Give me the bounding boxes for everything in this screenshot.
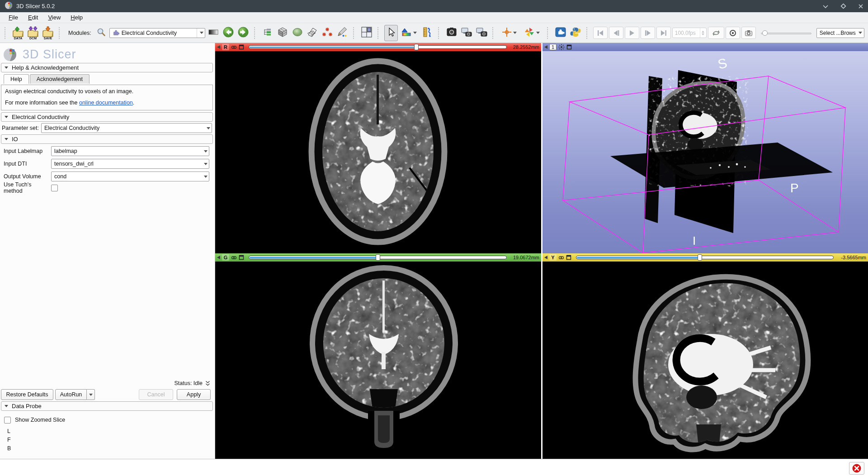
yellow-slice-slider[interactable]: [576, 255, 834, 260]
tuch-method-checkbox[interactable]: [51, 185, 58, 191]
link-views-icon[interactable]: [558, 255, 564, 261]
subject-hierarchy-button[interactable]: [261, 25, 274, 41]
markups-button[interactable]: [321, 25, 334, 41]
autorun-button[interactable]: AutoRun: [55, 389, 87, 400]
input-dti-combobox[interactable]: tensors_dwi_crl: [51, 159, 209, 169]
volume-cube-button[interactable]: [276, 25, 289, 41]
ruler-icon: [422, 27, 433, 39]
pin-icon[interactable]: [544, 45, 547, 49]
sequence-browser-combobox[interactable]: Select ...Browser: [816, 28, 864, 38]
slider-handle[interactable]: [376, 254, 380, 261]
maximize-view-icon[interactable]: [566, 255, 571, 260]
link-views-icon[interactable]: [231, 44, 237, 50]
pin-icon[interactable]: [217, 45, 220, 49]
scene-view-restore-button[interactable]: [475, 25, 488, 41]
capture-screenshot-button[interactable]: [445, 25, 458, 41]
measurement-ruler-button[interactable]: [420, 25, 434, 41]
parameter-set-combobox[interactable]: Electrical Conductivity: [41, 123, 212, 133]
layout-selector-button[interactable]: [360, 25, 373, 41]
dicom-button[interactable]: DCM: [26, 25, 40, 41]
slider-handle[interactable]: [414, 44, 419, 50]
io-section-header[interactable]: IO: [1, 134, 213, 144]
link-views-icon[interactable]: [231, 255, 237, 261]
red-view-label: R: [222, 44, 229, 50]
red-slice-view[interactable]: [215, 51, 541, 253]
window-title: 3D Slicer 5.0.2: [16, 3, 55, 10]
show-zoomed-slice-checkbox[interactable]: [4, 417, 11, 424]
maximize-view-icon[interactable]: [239, 44, 244, 50]
tab-acknowledgement[interactable]: Acknowledgement: [30, 74, 90, 84]
maximize-view-icon[interactable]: [239, 255, 244, 260]
apply-button[interactable]: Apply: [177, 389, 211, 400]
restore-defaults-button[interactable]: Restore Defaults: [1, 389, 53, 400]
ruler-grid-button[interactable]: [306, 25, 319, 41]
module-history-button[interactable]: [207, 25, 220, 41]
green-slice-slider[interactable]: [249, 255, 507, 260]
pin-icon[interactable]: [544, 256, 547, 259]
minimize-button[interactable]: [822, 4, 829, 9]
menu-edit[interactable]: Edit: [24, 13, 42, 22]
save-button[interactable]: SAVE: [41, 25, 55, 41]
sequence-last-button[interactable]: [656, 27, 671, 39]
sequence-next-button[interactable]: [641, 27, 655, 39]
menu-help[interactable]: Help: [66, 13, 87, 22]
tab-help[interactable]: Help: [4, 74, 29, 84]
data-probe-section-header[interactable]: Data Probe: [1, 401, 213, 411]
sequence-slider[interactable]: [761, 29, 811, 37]
center-view-icon[interactable]: [558, 44, 565, 50]
red-slice-slider[interactable]: [249, 45, 507, 49]
module-back-button[interactable]: [222, 25, 235, 41]
red-slice-controller-bar[interactable]: R 28.2552mm: [215, 43, 541, 51]
module-forward-button[interactable]: [236, 25, 250, 41]
error-log-button[interactable]: [849, 462, 864, 475]
module-selector-combobox[interactable]: Electrical Conductivity: [109, 28, 205, 38]
cancel-button[interactable]: Cancel: [139, 389, 173, 400]
slider-handle[interactable]: [698, 254, 702, 261]
sequence-snapshot-button[interactable]: [741, 27, 756, 39]
input-labelmap-combobox[interactable]: labelmap: [51, 146, 209, 156]
mouse-interaction-button[interactable]: [384, 25, 398, 41]
spinner-arrows-icon[interactable]: [700, 28, 706, 38]
module-section-header[interactable]: Electrical Conductivity: [1, 112, 213, 122]
status-collapse-icon[interactable]: [205, 381, 210, 386]
collapse-caret-icon: [5, 138, 8, 140]
sequence-play-button[interactable]: [625, 27, 639, 39]
slider-fill: [250, 257, 379, 258]
models-sphere-button[interactable]: [291, 25, 304, 41]
threed-view[interactable]: S P I: [542, 51, 868, 253]
maximize-button[interactable]: [840, 3, 846, 9]
scene-view-add-button[interactable]: [460, 25, 473, 41]
sequence-first-button[interactable]: [593, 27, 608, 39]
slider-handle[interactable]: [762, 30, 768, 36]
slice-intersections-button[interactable]: [521, 25, 543, 41]
autorun-split-button[interactable]: AutoRun: [55, 389, 95, 400]
adjust-display-button[interactable]: [399, 25, 419, 41]
slider-track[interactable]: [761, 33, 811, 34]
menu-file[interactable]: File: [5, 13, 22, 22]
green-slice-controller-bar[interactable]: G 19.0672mm: [215, 253, 541, 262]
output-volume-combobox[interactable]: cond: [51, 171, 209, 181]
sequence-record-button[interactable]: [726, 27, 740, 39]
sequence-loop-button[interactable]: [708, 27, 724, 39]
yellow-slice-view[interactable]: [542, 262, 868, 459]
menu-view[interactable]: View: [44, 13, 65, 22]
slider-fill: [577, 257, 701, 258]
threed-view-controller-bar[interactable]: 1: [542, 43, 868, 51]
python-console-button[interactable]: [569, 25, 582, 41]
maximize-view-icon[interactable]: [566, 44, 572, 50]
module-search-button[interactable]: [94, 25, 108, 41]
help-section-header[interactable]: Help & Acknowledgement: [1, 63, 213, 72]
crosshair-button[interactable]: [499, 25, 520, 41]
green-slice-view[interactable]: [215, 262, 541, 459]
yellow-slice-controller-bar[interactable]: Y -3.5665mm: [542, 253, 868, 262]
extensions-manager-button[interactable]: [554, 25, 567, 41]
close-button[interactable]: [858, 4, 863, 9]
pin-icon[interactable]: [217, 256, 220, 259]
autorun-dropdown-button[interactable]: [87, 389, 95, 400]
fps-spinbox[interactable]: 100.0fps: [672, 28, 707, 38]
load-data-button[interactable]: DATA: [11, 25, 25, 41]
online-documentation-link[interactable]: online documentation: [79, 100, 133, 106]
sequence-previous-button[interactable]: [609, 27, 623, 39]
probe-label-l: L: [7, 428, 10, 434]
annotation-pencil-button[interactable]: [335, 25, 349, 41]
